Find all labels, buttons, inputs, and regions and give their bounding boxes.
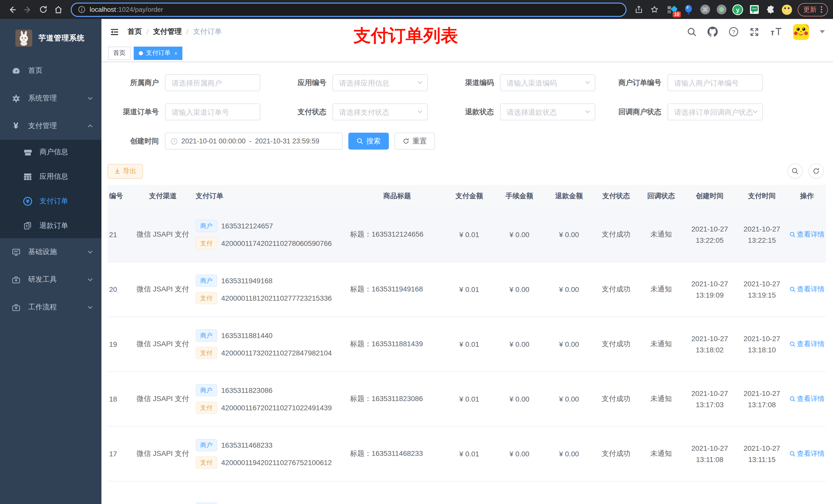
search-button[interactable]: 搜索 [348,133,389,149]
sidebar-item-infrastructure[interactable]: 基础设施 [0,238,101,266]
tag-home[interactable]: 首页 [108,46,130,60]
title-prefix: 标题： [350,230,372,238]
sidebar-item-workflow[interactable]: 工作流程 [0,293,101,321]
extension-command-icon[interactable]: ⌘ [699,4,711,15]
search-icon [789,451,795,457]
sidebar-item-label: 商户信息 [40,147,68,157]
pay-tag: 支付 [196,347,217,359]
sidebar-item-refund-order[interactable]: 退款订单 [0,214,101,238]
search-button-label: 搜索 [366,137,381,146]
browser-update-button[interactable]: 更新 [798,3,828,16]
table-row[interactable]: 17 微信 JSAPI 支付 商户1635311468233 支付4200001… [108,427,826,481]
title-value: 1635311881439 [372,340,423,348]
sidebar-item-merchant-info[interactable]: 商户信息 [0,140,101,164]
title-value: 1635311468233 [372,449,423,457]
browser-menu-icon[interactable] [821,6,822,13]
owner-input[interactable] [165,74,260,91]
create-time-range-picker[interactable]: 2021-10-01 00:00:00 - 2021-10-31 23:59:5… [165,133,343,149]
refresh-icon [812,167,820,175]
sidebar-item-home[interactable]: 首页 [0,57,101,85]
pay-status-select[interactable] [332,103,428,120]
sidebar-item-app-info[interactable]: 应用信息 [0,164,101,189]
merchant-order-no: 1635311823086 [221,386,272,394]
view-detail-link[interactable]: 查看详情 [789,230,825,239]
search-icon[interactable] [687,27,697,37]
table-row[interactable]: 18 微信 JSAPI 支付 商户1635311823086 支付4200001… [108,372,826,427]
view-detail-link[interactable]: 查看详情 [789,449,825,458]
extension-chat-icon[interactable] [748,4,760,15]
yen-icon: ¥ [11,121,21,131]
reset-button[interactable]: 重置 [395,133,435,149]
table-grid-icon [23,173,33,181]
bookmark-star-icon[interactable] [647,2,661,17]
table-row[interactable]: 21 微信 JSAPI 支付 商户1635312124657 支付4200001… [108,208,826,262]
sidebar-toggle-icon[interactable] [110,27,119,37]
table-header: 编号 支付渠道 支付订单 商品标题 支付金额 手续金额 退款金额 支付状态 回调… [108,185,826,208]
sidebar-item-label: 退款订单 [40,221,68,231]
url-bar[interactable]: localhost:1024/pay/order [71,2,626,17]
app-select[interactable] [332,74,428,91]
breadcrumb-home[interactable]: 首页 [127,27,142,37]
yen-circle-icon: ¥ [23,197,33,206]
view-detail-link[interactable]: 查看详情 [789,340,825,349]
sidebar-item-label: 基础设施 [28,247,57,257]
site-info-icon[interactable] [78,6,86,13]
table-row[interactable]: 19 微信 JSAPI 支付 商户1635311881440 支付4200001… [108,317,826,372]
extension-pinned-icon[interactable]: 10 [667,4,678,15]
table-row-partial[interactable]: 商户1635311954796 [108,481,826,504]
col-amount: 支付金额 [444,192,494,201]
tag-pay-order[interactable]: 支付订单× [134,46,183,60]
navbar: 首页 / 支付管理 / 支付订单 ? [101,19,833,45]
channel-code-select[interactable] [500,74,595,91]
chevron-down-icon [87,249,93,255]
font-size-icon[interactable] [770,27,782,37]
col-title: 商品标题 [349,192,444,201]
page-content: 所属商户 应用编号 渠道编码 商户订单编号 [101,62,833,504]
forward-icon[interactable] [21,2,35,17]
pay-tag: 支付 [196,456,217,469]
col-pay-status: 支付状态 [594,192,639,201]
home-icon[interactable] [51,2,66,17]
breadcrumb-section[interactable]: 支付管理 [153,27,182,37]
reload-icon[interactable] [36,2,50,17]
sidebar-item-payment[interactable]: ¥ 支付管理 [0,112,101,140]
col-fee: 手续金额 [494,192,545,201]
sidebar-item-system[interactable]: 系统管理 [0,85,101,112]
channel-order-no-input[interactable] [165,103,260,120]
extension-record-icon[interactable] [716,4,727,15]
export-button[interactable]: 导出 [108,164,143,178]
table-row[interactable]: 20 微信 JSAPI 支付 商户1635311949168 支付4200001… [108,262,826,317]
view-detail-link[interactable]: 查看详情 [789,285,825,294]
fullscreen-icon[interactable] [749,27,759,37]
refund-status-select[interactable] [500,103,595,120]
close-icon[interactable]: × [174,50,177,56]
table-search-toggle-button[interactable] [787,163,803,179]
notify-status: 未通知 [639,449,684,458]
extension-puzzle-icon[interactable] [765,4,776,15]
pay-tag: 支付 [196,237,217,249]
share-icon[interactable] [632,2,646,17]
app-logo[interactable]: 芋道管理系统 [0,19,101,57]
back-icon[interactable] [5,2,20,17]
sidebar-item-dev-tools[interactable]: 研发工具 [0,266,101,293]
callback-status-select[interactable] [668,103,763,120]
svg-text:¥: ¥ [26,198,29,204]
chevron-down-icon [87,95,93,101]
extension-balloon-icon[interactable] [683,4,694,15]
avatar[interactable] [793,24,809,40]
title-prefix: 标题： [350,340,372,348]
extension-y-icon[interactable]: y [732,4,743,15]
filter-label-channel-code: 渠道编码 [443,78,500,87]
sidebar-item-pay-order[interactable]: ¥ 支付订单 [0,189,101,214]
chevron-up-icon [87,123,93,129]
extension-emoji-icon[interactable] [781,4,792,15]
search-icon [791,167,799,175]
filter-label-channel-order-no: 渠道订单号 [108,107,165,117]
github-icon[interactable] [708,27,718,37]
view-detail-link[interactable]: 查看详情 [789,394,825,404]
table-refresh-button[interactable] [808,163,824,179]
help-icon[interactable]: ? [729,27,739,37]
avatar-caret-icon[interactable] [820,30,825,33]
col-channel: 支付渠道 [130,192,196,201]
merchant-order-no-input[interactable] [668,74,763,91]
